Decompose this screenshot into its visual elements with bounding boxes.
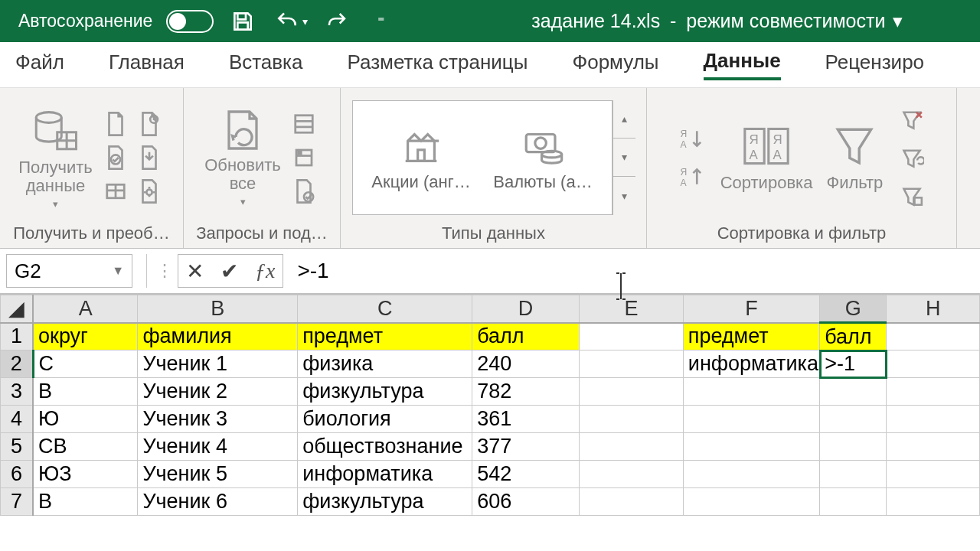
cell[interactable] [580,378,684,406]
line-chevron-icon[interactable]: ▾ [613,177,635,214]
cell[interactable] [887,406,980,433]
cell[interactable]: балл [820,323,887,350]
row-header[interactable]: 1 [1,323,34,350]
cell[interactable]: Ученик 6 [138,488,298,516]
cell[interactable]: предмет [298,323,472,350]
tab-formulas[interactable]: Формулы [572,51,658,79]
types-spinner[interactable]: ▴ ▾ ▾ [612,100,635,215]
cell[interactable]: Ю [33,406,138,433]
cell[interactable]: Ученик 1 [138,350,298,378]
cell[interactable]: биология [298,406,472,433]
cell[interactable] [683,461,819,488]
cell[interactable] [887,433,980,461]
cell[interactable] [683,488,819,516]
autosave-toggle[interactable] [166,10,214,33]
cell[interactable]: >-1 [820,350,887,378]
cell[interactable] [887,350,980,378]
sort-desc-icon[interactable]: ЯА [676,161,707,192]
chevron-down-icon[interactable]: ▾ [613,139,635,177]
chevron-down-icon[interactable]: ▼ [112,264,124,278]
cell[interactable] [580,461,684,488]
cell[interactable]: 542 [472,461,580,488]
cell[interactable] [820,406,887,433]
worksheet[interactable]: ◢ A B C D E F G H 1 округ фамилия предме… [0,295,980,516]
sort-button[interactable]: ЯА ЯА Сортировка [720,122,813,193]
cell[interactable]: 361 [472,406,580,433]
col-header-H[interactable]: H [887,295,980,323]
cell[interactable]: Ученик 3 [138,406,298,433]
cell[interactable]: СВ [33,433,138,461]
row-header[interactable]: 2 [1,350,34,378]
cell[interactable] [820,461,887,488]
cell[interactable] [887,323,980,350]
tab-home[interactable]: Главная [109,51,185,79]
cell[interactable]: информатика [298,461,472,488]
get-data-button[interactable]: Получить данные ▾ [18,105,93,210]
data-types-gallery[interactable]: Акции (анг… Валюты (а… [352,100,612,215]
from-text-icon[interactable] [100,109,131,139]
edit-links-icon[interactable] [289,176,319,207]
advanced-filter-icon[interactable] [897,181,927,211]
title-dropdown-icon[interactable]: ▾ [893,10,903,32]
tab-insert[interactable]: Вставка [229,51,303,79]
cell[interactable]: обществознание [298,433,472,461]
cell[interactable]: физика [298,350,472,378]
cell[interactable] [887,461,980,488]
undo-icon[interactable] [272,6,302,37]
namebox-menu-icon[interactable]: ⋮ [152,261,178,281]
queries-icon[interactable] [289,109,319,139]
cell[interactable] [683,406,819,433]
row-header[interactable]: 7 [1,488,34,516]
qat-overflow-icon[interactable]: ⁼ [366,6,397,37]
redo-icon[interactable] [322,6,352,37]
accept-formula-icon[interactable]: ✔ [220,259,238,284]
row-header[interactable]: 5 [1,433,34,461]
cell[interactable]: балл [472,323,580,350]
cell[interactable]: Ученик 5 [138,461,298,488]
tab-file[interactable]: Файл [15,51,64,79]
cell[interactable]: физкультура [298,488,472,516]
cell[interactable] [580,406,684,433]
reapply-icon[interactable] [897,142,927,173]
from-file-icon[interactable] [134,142,165,173]
cell[interactable]: 240 [472,350,580,378]
chevron-up-icon[interactable]: ▴ [613,100,635,139]
cell[interactable] [887,488,980,516]
cancel-formula-icon[interactable]: ✕ [186,259,204,284]
cell[interactable]: Ученик 2 [138,378,298,406]
filter-button[interactable]: Фильтр [826,122,883,193]
properties-icon[interactable] [289,142,319,173]
sort-asc-icon[interactable]: ЯА [676,123,707,154]
col-header-A[interactable]: A [33,295,138,323]
cell[interactable] [820,378,887,406]
from-web-icon[interactable] [134,109,165,139]
clear-filter-icon[interactable] [897,104,927,135]
col-header-C[interactable]: C [298,295,472,323]
cell[interactable]: фамилия [138,323,298,350]
tab-review[interactable]: Рецензиро [825,51,924,79]
cell[interactable]: округ [33,323,138,350]
row-header[interactable]: 4 [1,406,34,433]
cell[interactable]: С [33,350,138,378]
col-header-F[interactable]: F [683,295,819,323]
cell[interactable]: В [33,488,138,516]
col-header-E[interactable]: E [580,295,684,323]
cell[interactable] [580,433,684,461]
cell[interactable]: 606 [472,488,580,516]
from-table-icon[interactable] [100,142,131,173]
cell[interactable]: В [33,378,138,406]
col-header-D[interactable]: D [472,295,580,323]
column-headers[interactable]: ◢ A B C D E F G H [1,295,980,323]
recent-icon[interactable] [100,176,131,207]
cell[interactable]: информатика [683,350,819,378]
cell[interactable]: предмет [683,323,819,350]
cell[interactable] [683,433,819,461]
cell[interactable] [580,488,684,516]
cell[interactable] [580,323,684,350]
col-header-G[interactable]: G [820,295,887,323]
row-header[interactable]: 3 [1,378,34,406]
undo-dropdown-icon[interactable]: ▾ [302,15,308,28]
tab-data[interactable]: Данные [704,49,781,80]
cell[interactable]: 377 [472,433,580,461]
save-icon[interactable] [227,6,258,37]
